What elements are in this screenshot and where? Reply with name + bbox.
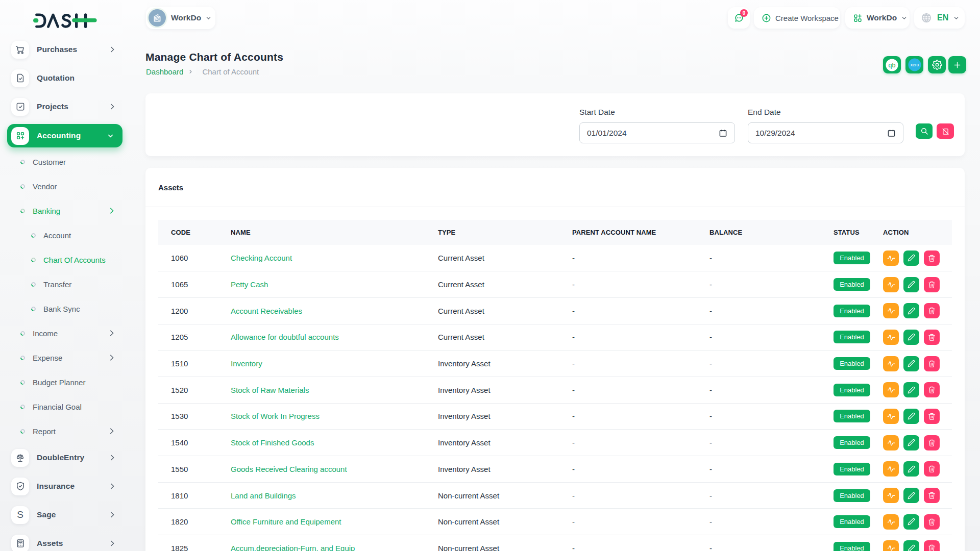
svg-text:qb: qb (889, 61, 896, 68)
svg-text:xero: xero (910, 62, 919, 67)
